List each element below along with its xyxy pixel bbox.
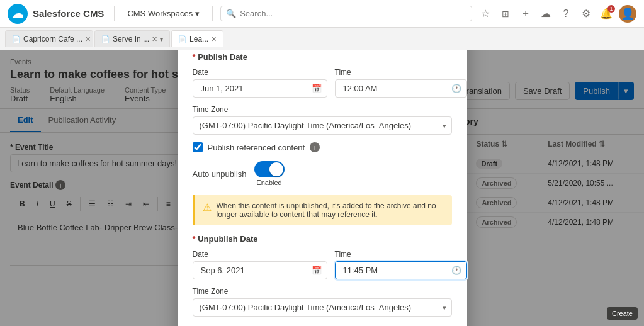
unpublish-date-input[interactable]: 📅 <box>193 261 327 279</box>
publish-ref-checkbox[interactable] <box>193 142 203 152</box>
calendar-icon-2[interactable]: 📅 <box>312 266 322 275</box>
warning-text: When this content is unpublished, it's a… <box>217 201 444 219</box>
top-nav: ☁ Salesforce CMS CMS Workspaces ▾ 🔍 ☆ ⊞ … <box>0 0 644 28</box>
toggle-knob <box>269 162 283 176</box>
auto-unpublish-label: Auto unpublish <box>193 169 247 179</box>
tab-close-serve[interactable]: ✕ <box>152 35 157 43</box>
nav-right-actions: ☆ ⊞ ＋ ☁ ? ⚙ 🔔 1 👤 <box>478 5 636 23</box>
unpublish-time-field[interactable] <box>341 262 451 279</box>
unpublish-date-col: Date 📅 <box>193 250 327 279</box>
info-icon-ref[interactable]: i <box>310 142 320 152</box>
unpublish-date-row: Date 📅 Time 🕐 <box>193 250 452 279</box>
clock-icon-2: 🕐 <box>451 266 461 275</box>
publish-time-col: Time 🕐 <box>335 68 467 98</box>
tab-lea[interactable]: 📄 Lea... ✕ <box>171 30 223 47</box>
unpublish-date-label: Date <box>193 250 327 259</box>
unpublish-tz-group: Time Zone (GMT-07:00) Pacific Daylight T… <box>193 287 452 317</box>
warning-icon: ⚠ <box>203 201 212 219</box>
date-label: Date <box>193 68 327 77</box>
unpublish-date-field[interactable] <box>198 262 309 279</box>
search-bar[interactable]: 🔍 <box>220 6 472 21</box>
grid-icon[interactable]: ⊞ <box>498 6 513 21</box>
publish-section-label: * Publish Date <box>193 52 452 62</box>
calendar-icon[interactable]: 📅 <box>312 84 322 93</box>
tab-bar: 📄 Capricorn Cafe ... ✕ 📄 Serve In ... ✕ … <box>0 28 644 50</box>
workspaces-button[interactable]: CMS Workspaces ▾ <box>122 6 205 21</box>
modal-overlay: Create publication schedule ✕ * Publish … <box>0 50 644 326</box>
gear-icon[interactable]: ⚙ <box>579 6 594 21</box>
search-input[interactable] <box>240 9 466 18</box>
cloud-icon[interactable]: ☁ <box>538 6 553 21</box>
modal: Create publication schedule ✕ * Publish … <box>178 50 467 326</box>
publish-ref-label: Publish referenced content <box>208 143 305 152</box>
time-label: Time <box>335 68 467 77</box>
nav-divider <box>114 6 115 21</box>
publish-date-row: Date 📅 Time 🕐 <box>193 68 452 98</box>
create-tooltip: Create <box>607 307 638 320</box>
chevron-down-icon: ▾ <box>195 9 200 18</box>
unpublish-tz-label: Time Zone <box>193 287 452 296</box>
avatar[interactable]: 👤 <box>619 5 636 23</box>
publish-date-input[interactable]: 📅 <box>193 79 327 98</box>
publish-time-field[interactable] <box>341 80 451 97</box>
star-icon[interactable]: ☆ <box>478 6 493 21</box>
auto-unpublish-toggle[interactable] <box>254 161 285 177</box>
tab-capricorn[interactable]: 📄 Capricorn Cafe ... ✕ <box>5 30 93 47</box>
main-area: Events Learn to make coffees for hot sum… <box>0 50 644 326</box>
warning-box: ⚠ When this content is unpublished, it's… <box>193 195 452 225</box>
auto-unpublish-row: Auto unpublish Enabled <box>193 161 452 186</box>
bell-icon[interactable]: 🔔 1 <box>599 6 614 21</box>
publish-ref-row: Publish referenced content i <box>193 142 452 152</box>
tz-label: Time Zone <box>193 105 452 114</box>
help-icon[interactable]: ? <box>558 6 573 21</box>
tab-close-lea[interactable]: ✕ <box>211 35 217 43</box>
publish-tz-select[interactable]: (GMT-07:00) Pacific Daylight Time (Ameri… <box>193 116 452 135</box>
unpublish-section-label: * Unpublish Date <box>193 234 452 244</box>
app-name: Salesforce CMS <box>33 8 104 19</box>
modal-body: * Publish Date Date 📅 Time <box>178 50 467 326</box>
clock-icon: 🕐 <box>451 84 461 93</box>
search-icon: 🔍 <box>226 9 236 18</box>
unpublish-time-label: Time <box>335 250 467 259</box>
unpublish-tz-select[interactable]: (GMT-07:00) Pacific Daylight Time (Ameri… <box>193 298 452 317</box>
toggle-state-label: Enabled <box>256 179 281 186</box>
unpublish-time-input[interactable]: 🕐 <box>335 261 467 279</box>
publish-tz-group: Time Zone (GMT-07:00) Pacific Daylight T… <box>193 105 452 135</box>
add-icon[interactable]: ＋ <box>518 6 533 21</box>
tab-close-capricorn[interactable]: ✕ <box>85 35 91 43</box>
publish-time-input[interactable]: 🕐 <box>335 79 467 98</box>
publish-date-col: Date 📅 <box>193 68 327 98</box>
unpublish-time-col: Time 🕐 <box>335 250 467 279</box>
sf-logo-icon: ☁ <box>8 4 28 24</box>
publish-date-field[interactable] <box>198 80 309 97</box>
nav-divider-2 <box>212 6 213 21</box>
tab-serve[interactable]: 📄 Serve In ... ✕ ▾ <box>94 30 170 47</box>
